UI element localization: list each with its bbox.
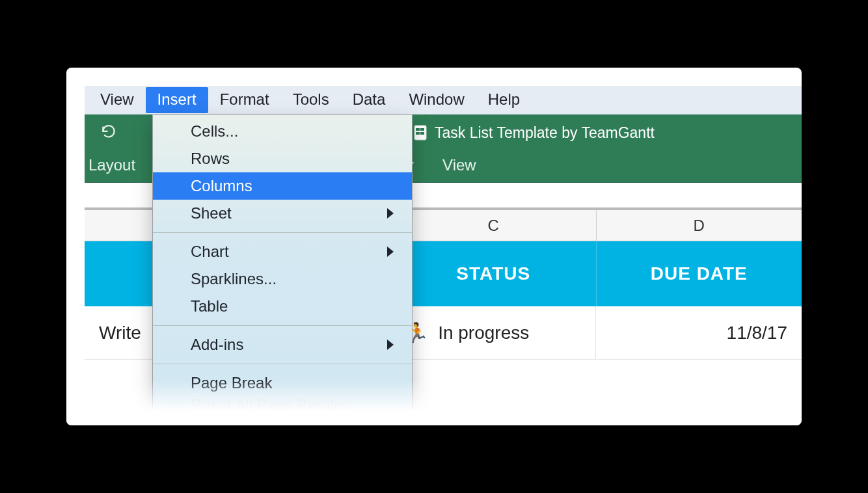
cell-due-date[interactable]: 11/8/17: [596, 306, 802, 360]
document-title-text: Task List Template by TeamGantt: [435, 124, 655, 142]
insert-cells[interactable]: Cells...: [153, 118, 412, 145]
insert-columns[interactable]: Columns: [153, 172, 412, 200]
svg-rect-4: [420, 132, 424, 135]
column-header-c[interactable]: C: [391, 210, 597, 241]
menu-window[interactable]: Window: [397, 87, 476, 113]
menu-separator: [153, 232, 412, 233]
document-title: Task List Template by TeamGantt: [414, 124, 655, 142]
menu-separator: [153, 325, 412, 326]
menubar: View Insert Format Tools Data Window Hel…: [85, 86, 802, 114]
insert-addins[interactable]: Add-ins: [153, 331, 412, 358]
excel-file-icon: [414, 125, 427, 140]
table-header-due-date: DUE DATE: [597, 241, 802, 306]
insert-rows[interactable]: Rows: [153, 145, 412, 172]
insert-reset-page-breaks[interactable]: Reset All Page Breaks: [153, 397, 412, 411]
menu-view[interactable]: View: [88, 87, 146, 113]
cell-status-text: In progress: [438, 323, 529, 343]
ribbon-tab-layout[interactable]: Layout: [88, 151, 150, 180]
table-header-status: STATUS: [391, 241, 597, 306]
menu-insert[interactable]: Insert: [146, 87, 208, 113]
chevron-right-icon: [387, 208, 394, 219]
menu-help[interactable]: Help: [476, 87, 532, 113]
ribbon-tab-view[interactable]: View: [428, 151, 491, 180]
column-header-d[interactable]: D: [597, 210, 802, 241]
chevron-right-icon: [387, 246, 394, 257]
menu-tools[interactable]: Tools: [281, 87, 341, 113]
app-card: View Insert Format Tools Data Window Hel…: [66, 68, 802, 425]
insert-sparklines[interactable]: Sparklines...: [153, 265, 412, 293]
cell-status[interactable]: 🏃 In progress: [390, 306, 596, 360]
chevron-right-icon: [387, 340, 394, 350]
insert-page-break[interactable]: Page Break: [153, 369, 412, 397]
insert-dropdown: Cells... Rows Columns Sheet Chart Sparkl…: [152, 114, 413, 416]
insert-sheet[interactable]: Sheet: [153, 200, 412, 227]
menu-data[interactable]: Data: [341, 87, 398, 113]
app-window: View Insert Format Tools Data Window Hel…: [85, 86, 802, 425]
insert-chart[interactable]: Chart: [153, 238, 412, 265]
svg-rect-2: [420, 128, 424, 131]
svg-rect-1: [416, 128, 420, 131]
menu-separator: [153, 364, 412, 364]
insert-table[interactable]: Table: [153, 293, 412, 320]
menu-format[interactable]: Format: [208, 87, 281, 113]
svg-rect-3: [416, 132, 420, 135]
undo-icon[interactable]: [100, 124, 117, 141]
